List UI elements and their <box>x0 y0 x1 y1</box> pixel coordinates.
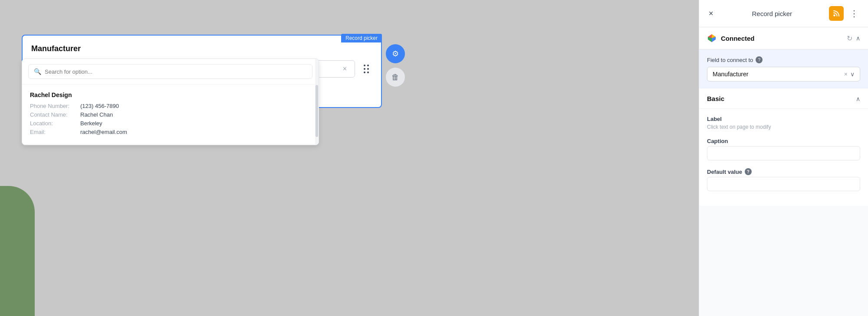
svg-point-0 <box>833 14 835 16</box>
search-icon: 🔍 <box>34 68 41 75</box>
sidebar-title: Record picker <box>752 10 792 17</box>
scrollbar[interactable] <box>315 59 319 145</box>
default-value-label: Default value <box>707 169 742 175</box>
result-item[interactable]: Rachel Design Phone Number: (123) 456-78… <box>22 85 319 145</box>
basic-section-title: Basic <box>707 95 724 102</box>
dropdown-panel: 🔍 Rachel Design Phone Number: (123) 456-… <box>22 59 319 145</box>
connected-section-header[interactable]: Connected ↻ ∧ <box>699 27 868 49</box>
drag-handle[interactable] <box>360 61 372 77</box>
search-wrapper: 🔍 <box>28 64 312 79</box>
basic-section-header[interactable]: Basic ∧ <box>699 89 868 109</box>
close-button[interactable]: × <box>707 7 715 20</box>
widget-label-tag: Record picker <box>341 34 382 42</box>
basic-section-body: Label Click text on page to modify Capti… <box>699 109 868 206</box>
connected-section-title: Connected <box>721 35 755 42</box>
action-buttons: ⚙ 🗑 <box>386 44 405 87</box>
settings-button[interactable]: ⚙ <box>386 44 405 63</box>
field-connect-label: Field to connect to ? <box>707 56 860 63</box>
field-select-value: Manufacturer <box>713 71 748 78</box>
component-icon <box>832 10 840 17</box>
search-row: 🔍 <box>22 59 319 85</box>
connected-section-body: Field to connect to ? Manufacturer × ∨ <box>699 49 868 88</box>
result-name: Rachel Design <box>30 91 311 98</box>
scrollbar-thumb[interactable] <box>316 85 318 137</box>
help-icon[interactable]: ? <box>756 56 763 63</box>
component-icon-button[interactable] <box>829 6 844 21</box>
default-value-form-group: Default value ? <box>707 168 860 191</box>
search-input[interactable] <box>45 68 307 75</box>
more-options-button[interactable]: ⋮ <box>848 7 860 20</box>
sidebar: × Record picker ⋮ <box>699 0 868 316</box>
connected-section: Connected ↻ ∧ Field to connect to ? Manu… <box>699 27 868 88</box>
contact-label: Contact Name: <box>30 111 78 118</box>
delete-button[interactable]: 🗑 <box>386 68 405 87</box>
contact-field: Contact Name: Rachel Chan <box>30 111 311 118</box>
sidebar-header: × Record picker ⋮ <box>699 0 868 27</box>
location-field: Location: Berkeley <box>30 120 311 127</box>
caption-field-label: Caption <box>707 138 860 144</box>
field-select-chevron-icon[interactable]: ∨ <box>850 71 855 78</box>
widget-title: Manufacturer <box>31 44 372 53</box>
phone-value: (123) 456-7890 <box>80 103 119 109</box>
refresh-button[interactable]: ↻ <box>847 34 852 42</box>
label-field-sublabel: Click text on page to modify <box>707 124 860 130</box>
basic-section: Basic ∧ Label Click text on page to modi… <box>699 89 868 206</box>
label-field-label: Label <box>707 116 860 122</box>
clear-value-button[interactable]: × <box>341 65 349 73</box>
leaf-background <box>0 186 35 316</box>
email-value: rachel@email.com <box>80 129 127 135</box>
caption-form-group: Caption <box>707 138 860 160</box>
canvas-area: Record picker Manufacturer Sweet Treats … <box>0 0 699 316</box>
field-select-actions: × ∨ <box>844 71 855 78</box>
location-label: Location: <box>30 120 78 127</box>
field-select[interactable]: Manufacturer × ∨ <box>707 67 860 81</box>
connected-section-left: Connected <box>707 33 755 43</box>
email-field: Email: rachel@email.com <box>30 129 311 135</box>
field-select-clear-button[interactable]: × <box>844 71 848 78</box>
connected-chevron-icon: ∧ <box>856 35 860 42</box>
phone-field: Phone Number: (123) 456-7890 <box>30 103 311 109</box>
email-label: Email: <box>30 129 78 135</box>
label-form-group: Label Click text on page to modify <box>707 116 860 130</box>
location-value: Berkeley <box>80 120 102 127</box>
phone-label: Phone Number: <box>30 103 78 109</box>
contact-value: Rachel Chan <box>80 111 113 118</box>
caption-input[interactable] <box>707 146 860 160</box>
basic-chevron-icon: ∧ <box>856 95 860 102</box>
default-value-help-icon[interactable]: ? <box>745 168 752 175</box>
default-value-input[interactable] <box>707 177 860 191</box>
connected-icon <box>707 33 717 43</box>
